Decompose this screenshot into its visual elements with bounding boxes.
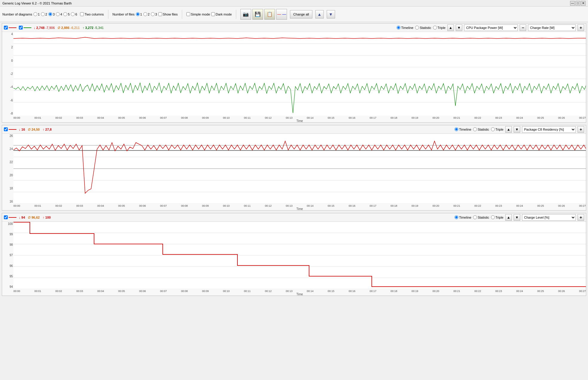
diagram1-chart-inner (13, 32, 586, 116)
num-files-3[interactable]: 3 (151, 12, 157, 16)
stat1-max: ↑ 3,272 -5,341 (83, 26, 104, 30)
num-files-2[interactable]: 2 (143, 12, 150, 16)
diagram2-down-btn[interactable]: ▼ (514, 126, 520, 133)
diagram1-dropdown2[interactable]: Charge Rate [W] (528, 24, 576, 31)
diagram3-yaxis: 100999897969594 (2, 222, 13, 289)
diagram1-triple-radio[interactable]: Triple (433, 26, 446, 30)
diagram3-timeline-radio[interactable]: Timeline (455, 215, 471, 219)
diagram-2-header: ↓ 16 Ø 24,50 ↑ 27,8 Timeline Statistic T… (2, 125, 586, 134)
diagram3-svg (13, 222, 586, 289)
diagram1-stats: ↓ 2,748 -7,906 Ø 2,886 -6,211 ↑ 3,272 -5… (34, 26, 104, 30)
legend-green-line (24, 27, 31, 28)
diagram2-xaxis-label: Time (13, 207, 586, 211)
sep2 (182, 10, 182, 19)
stat3-min: ↓ 94 (19, 216, 25, 219)
save2-button[interactable]: 📋 (264, 9, 275, 20)
diagram1-yaxis: 420-2-4-6-8 (2, 32, 13, 116)
main-container: ↓ 2,748 -7,906 Ø 2,886 -6,211 ↑ 3,272 -5… (0, 22, 588, 380)
diagram1-statistic-radio[interactable]: Statistic (415, 26, 431, 30)
diagram-3-header: ↓ 94 Ø 96,62 ↑ 100 Timeline Statistic Tr… (2, 213, 586, 222)
sep1 (108, 10, 108, 19)
stat3-max: ↑ 100 (43, 216, 51, 219)
diagram3-plus-btn[interactable]: + (578, 214, 584, 221)
diagram1-plus-btn[interactable]: + (578, 24, 584, 31)
diagram2-chart-inner (13, 134, 586, 204)
num-diagrams-5[interactable]: 5 (63, 12, 70, 16)
num-diagrams-group: Number of diagrams 1 2 3 4 5 6 (2, 12, 77, 16)
num-diagrams-label: Number of diagrams (2, 13, 32, 16)
save1-button[interactable]: 💾 (252, 9, 263, 20)
two-columns-group: Two columns (80, 12, 104, 16)
diagram2-triple-radio[interactable]: Triple (491, 127, 503, 131)
stat3-avg: Ø 96,62 (28, 216, 40, 219)
close-button[interactable]: ✕ (581, 1, 586, 6)
minimize-button[interactable]: — (570, 1, 575, 6)
legend3-red-line (9, 217, 16, 218)
stat1-avg: Ø 2,886 -6,211 (58, 26, 79, 30)
diagram3-chart-area: 100999897969594 (2, 222, 586, 296)
num-diagrams-2[interactable]: 2 (41, 12, 47, 16)
diagram2-stats: ↓ 16 Ø 24,50 ↑ 27,8 (19, 128, 52, 131)
diagram2-timeline-radio[interactable]: Timeline (455, 127, 471, 131)
num-diagrams-3[interactable]: 3 (48, 12, 55, 16)
sep3 (236, 10, 236, 19)
diagram3-triple-radio[interactable]: Triple (491, 215, 503, 219)
maximize-button[interactable]: □ (575, 1, 580, 6)
toolbar: Number of diagrams 1 2 3 4 5 6 Two colum… (0, 7, 588, 22)
diagram-panel-2: ↓ 16 Ø 24,50 ↑ 27,8 Timeline Statistic T… (2, 125, 586, 211)
legend-red-line (9, 27, 16, 28)
stat2-min: ↓ 16 (19, 128, 25, 131)
nav-down-button[interactable]: ▼ (327, 10, 335, 18)
diagram3-up-btn[interactable]: ▲ (505, 214, 512, 221)
diagram3-xaxis: 00:0000:0100:0200:0300:0400:0500:0600:07… (13, 289, 586, 296)
diagram3-statistic-radio[interactable]: Statistic (473, 215, 489, 219)
diagram2-xaxis: 00:0000:0100:0200:0300:0400:0500:0600:07… (13, 204, 586, 210)
nav-up-button[interactable]: ▲ (315, 10, 324, 18)
diagram1-down-btn[interactable]: ▼ (456, 24, 462, 31)
diagram2-plus-btn[interactable]: + (578, 126, 584, 133)
change-all-button[interactable]: Change all (290, 10, 312, 18)
num-files-group: Number of files 1 2 3 Show files (113, 12, 178, 16)
stat2-avg: Ø 24,50 (28, 128, 40, 131)
simple-mode-label[interactable]: Simple mode (186, 12, 210, 16)
diagram1-xaxis-label: Time (13, 119, 586, 123)
num-files-1[interactable]: 1 (136, 12, 142, 16)
diagram1-svg (13, 32, 586, 116)
diagram2-chart-area: 262422201816 (2, 134, 586, 210)
num-diagrams-6[interactable]: 6 (71, 12, 77, 16)
two-columns-label[interactable]: Two columns (80, 12, 104, 16)
show-files-label[interactable]: Show files (158, 12, 178, 16)
diagram2-yaxis: 262422201816 (2, 134, 13, 204)
diagram2-svg (13, 134, 586, 204)
diagram3-dropdown1[interactable]: Charge Level [%] (522, 214, 576, 221)
diagram1-timeline-radio[interactable]: Timeline (397, 26, 413, 30)
diagram-1-header: ↓ 2,748 -7,906 Ø 2,886 -6,211 ↑ 3,272 -5… (2, 24, 586, 32)
arrows-button[interactable]: — — (276, 9, 287, 20)
diagram1-xaxis: 00:0000:0100:0200:0300:0400:0500:0600:07… (13, 116, 586, 122)
legend2-red-line (9, 129, 16, 130)
diagram1-up-btn[interactable]: ▲ (447, 24, 454, 31)
camera-button[interactable]: 📷 (240, 9, 251, 20)
diagram1-checkbox-green[interactable] (19, 26, 31, 30)
diagram1-chart-area: 420-2-4-6-8 (2, 32, 586, 122)
diagram1-dropdown1[interactable]: CPU Package Power [W] (464, 24, 518, 31)
diagram3-checkbox-red[interactable] (4, 215, 16, 219)
diagram3-radio-group: Timeline Statistic Triple ▲ ▼ Charge Lev… (455, 214, 584, 221)
num-files-label: Number of files (113, 13, 135, 16)
diagram3-stats: ↓ 94 Ø 96,62 ↑ 100 (19, 216, 51, 219)
diagram1-minus-btn[interactable]: − (520, 24, 526, 31)
num-diagrams-4[interactable]: 4 (56, 12, 62, 16)
num-diagrams-1[interactable]: 1 (33, 12, 40, 16)
diagram2-dropdown1[interactable]: Package C8 Residency [%] (522, 126, 576, 133)
diagram2-radio-group: Timeline Statistic Triple ▲ ▼ Package C8… (455, 126, 584, 133)
mode-group: Simple mode Dark mode (186, 12, 232, 16)
diagram2-up-btn[interactable]: ▲ (505, 126, 512, 133)
diagram3-down-btn[interactable]: ▼ (514, 214, 520, 221)
diagram2-checkbox-red[interactable] (4, 127, 16, 131)
stat1-min: ↓ 2,748 -7,906 (34, 26, 55, 30)
diagram2-statistic-radio[interactable]: Statistic (473, 127, 489, 131)
dark-mode-label[interactable]: Dark mode (211, 12, 232, 16)
icon-buttons-group: 📷 💾 📋 — — (240, 9, 287, 20)
app-title: Generic Log Viewer 6.2 - © 2021 Thomas B… (2, 1, 72, 5)
diagram1-checkbox-red[interactable] (4, 26, 16, 30)
